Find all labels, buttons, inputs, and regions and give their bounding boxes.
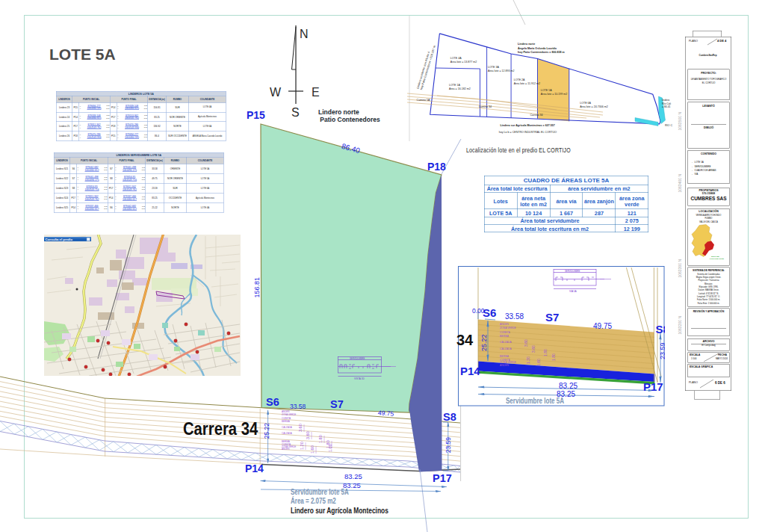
svg-text:hoy Patio Contenedores = 800.: hoy Patio Contenedores = 800.838 m	[518, 51, 565, 54]
svg-text:LOTE 1A: LOTE 1A	[449, 84, 460, 87]
svg-text:Área lote = 12.893 m2: Área lote = 12.893 m2	[488, 69, 514, 72]
svg-text:1.60: 1.60	[310, 445, 315, 454]
svg-text:3.60: 3.60	[298, 424, 303, 432]
svg-text:Lindero sur Agrícola Montecino: Lindero sur Agrícola Montecinos = 627.55…	[501, 124, 555, 127]
svg-text:CUNETA: CUNETA	[500, 331, 510, 334]
svg-text:ZONA VERDE: ZONA VERDE	[500, 327, 517, 330]
svg-text:ANDEN: ANDEN	[500, 364, 509, 367]
svg-text:VÍA 5A: VÍA 5A	[569, 290, 577, 293]
svg-text:1.80: 1.80	[318, 435, 323, 443]
svg-text:BERMA: BERMA	[500, 355, 510, 358]
svg-text:Área lote = 24.7306 m2: Área lote = 24.7306 m2	[580, 105, 607, 108]
svg-text:Área = 16.182 m2: Área = 16.182 m2	[449, 87, 471, 90]
svg-text:LOTE 2A: LOTE 2A	[514, 78, 525, 81]
svg-text:LOTE 6A: LOTE 6A	[580, 102, 591, 105]
svg-text:ANDEN: ANDEN	[282, 448, 290, 451]
svg-text:Río Cali: Río Cali	[662, 102, 671, 105]
svg-text:lindero: lindero	[662, 99, 669, 102]
svg-text:BERMA: BERMA	[500, 335, 510, 338]
svg-text:25.22: 25.22	[480, 334, 488, 351]
svg-text:ANDEN: ANDEN	[500, 323, 509, 326]
svg-text:Camino 34: Camino 34	[479, 105, 492, 108]
svg-text:LOCALIZACIÓN: LOCALIZACIÓN	[710, 257, 724, 259]
svg-text:ZONA VERDE: ZONA VERDE	[282, 413, 296, 416]
svg-text:SERVIDUMBRE: SERVIDUMBRE	[350, 357, 365, 360]
svg-text:SERVIDUMBRE: SERVIDUMBRE	[565, 270, 580, 273]
svg-text:VISTA 3D: VISTA 3D	[354, 377, 365, 380]
svg-text:CALZADA: CALZADA	[500, 341, 512, 344]
svg-text:Consulta el predio: Consulta el predio	[46, 238, 73, 241]
svg-text:Camino 5A: Camino 5A	[417, 99, 430, 102]
svg-text:= 84.41: = 84.41	[662, 105, 671, 108]
svg-text:S6: S6	[483, 306, 496, 319]
svg-text:Área lote = 11.912 m2: Área lote = 11.912 m2	[514, 82, 540, 85]
svg-text:3.60: 3.60	[524, 339, 528, 347]
svg-text:Servidumbre lote 5A: Servidumbre lote 5A	[506, 396, 564, 405]
svg-text:BERMA: BERMA	[282, 420, 290, 423]
svg-text:P14: P14	[460, 365, 480, 377]
svg-text:83.25: 83.25	[559, 382, 577, 390]
svg-text:1.80: 1.80	[543, 349, 548, 356]
svg-text:Ángela María Oslcedo Lourido: Ángela María Oslcedo Lourido	[518, 46, 557, 50]
svg-text:1.60: 1.60	[536, 359, 541, 366]
svg-text:Lindero norte: Lindero norte	[518, 43, 535, 46]
svg-text:3.60: 3.60	[306, 431, 310, 439]
svg-text:LOTE 3A: LOTE 3A	[488, 66, 499, 69]
svg-text:CALZADA: CALZADA	[282, 432, 292, 435]
svg-text:LOTE 4A: LOTE 4A	[450, 57, 462, 60]
svg-text:1.20: 1.20	[526, 356, 530, 364]
svg-text:CALZADA: CALZADA	[500, 347, 512, 350]
svg-text:49.75: 49.75	[593, 322, 612, 330]
svg-text:23.59: 23.59	[659, 342, 665, 359]
svg-text:3.60: 3.60	[531, 345, 536, 353]
svg-text:33.58: 33.58	[505, 312, 524, 321]
svg-text:1.20: 1.20	[300, 442, 304, 450]
svg-text:RIO C: RIO C	[665, 124, 672, 127]
svg-text:ANDEN: ANDEN	[282, 410, 290, 413]
svg-text:P17: P17	[643, 380, 663, 393]
svg-text:1.80: 1.80	[551, 353, 556, 361]
svg-text:hoy Lo b = CENTRO INDUSTRIAL E: hoy Lo b = CENTRO INDUSTRIAL EL CORTIJO	[499, 131, 557, 134]
svg-text:S7: S7	[545, 311, 559, 324]
svg-text:Carrera 34: Carrera 34	[530, 114, 542, 117]
svg-text:CALZADA: CALZADA	[282, 426, 292, 429]
svg-text:LOTE 5A: LOTE 5A	[541, 89, 552, 92]
svg-text:S8: S8	[655, 323, 665, 335]
svg-text:Área lote = 10.199 m2: Área lote = 10.199 m2	[541, 93, 567, 96]
svg-text:N: N	[300, 28, 309, 40]
svg-text:Área lote = 13.877 m2: Área lote = 13.877 m2	[450, 61, 477, 64]
